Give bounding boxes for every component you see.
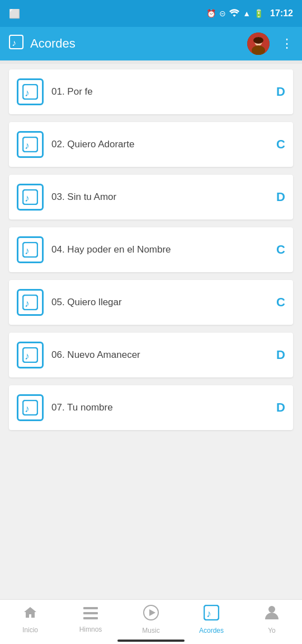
svg-rect-20 xyxy=(83,607,98,609)
app-bar-music-icon: ♪ xyxy=(9,35,23,53)
battery-icon: 🔋 xyxy=(254,9,263,18)
status-bar-left: ⬜ xyxy=(9,8,202,19)
song-icon: ♪ xyxy=(17,289,44,316)
status-bar: ⬜ ⏰ ⊝ ▲ 🔋 17:12 xyxy=(0,0,302,27)
song-title: 06. Nuevo Amanecer xyxy=(51,349,270,361)
svg-marker-24 xyxy=(149,609,155,616)
song-key: D xyxy=(270,190,285,204)
alarm-icon: ⏰ xyxy=(206,9,216,18)
screen-icon: ⬜ xyxy=(9,8,20,19)
nav-label-music: Music xyxy=(142,627,159,634)
time-display: 17:12 xyxy=(270,8,293,18)
song-list-container: ♪ 01. Por fe D ♪ 02. Quiero Adorarte C ♪… xyxy=(0,64,302,486)
song-icon: ♪ xyxy=(17,78,44,105)
circle-icon: ⊝ xyxy=(219,9,226,18)
svg-text:♪: ♪ xyxy=(25,245,30,256)
play-icon xyxy=(143,605,159,624)
song-title: 02. Quiero Adorarte xyxy=(51,139,270,150)
nav-item-inicio[interactable]: Inicio xyxy=(0,605,60,634)
song-key: D xyxy=(270,400,285,415)
person-icon xyxy=(265,605,279,624)
svg-point-5 xyxy=(253,37,263,44)
svg-rect-21 xyxy=(83,612,98,614)
nav-item-music[interactable]: Music xyxy=(121,605,181,634)
song-card[interactable]: ♪ 07. Tu nombre D xyxy=(9,385,293,430)
acordes-icon: ♪ xyxy=(204,605,219,624)
song-icon: ♪ xyxy=(17,236,44,263)
song-key: D xyxy=(270,85,285,99)
song-icon: ♪ xyxy=(17,342,44,368)
svg-text:♪: ♪ xyxy=(25,87,30,99)
svg-text:♪: ♪ xyxy=(25,193,30,204)
status-icons: ⏰ ⊝ ▲ 🔋 17:12 xyxy=(206,8,293,18)
nav-label-yo: Yo xyxy=(268,627,276,634)
song-key: C xyxy=(270,295,285,310)
home-indicator xyxy=(117,640,185,642)
song-title: 07. Tu nombre xyxy=(51,402,270,413)
app-bar: ♪ Acordes ⋮ xyxy=(0,27,302,60)
nav-label-inicio: Inicio xyxy=(22,626,38,634)
song-key: C xyxy=(270,242,285,257)
song-card[interactable]: ♪ 03. Sin tu Amor D xyxy=(9,175,293,220)
wifi-icon xyxy=(229,9,239,18)
svg-text:♪: ♪ xyxy=(25,140,30,151)
song-key: D xyxy=(270,348,285,362)
menu-button[interactable]: ⋮ xyxy=(281,36,293,51)
svg-text:♪: ♪ xyxy=(12,38,16,48)
song-card[interactable]: ♪ 01. Por fe D xyxy=(9,69,293,114)
svg-text:♪: ♪ xyxy=(25,351,30,362)
song-card[interactable]: ♪ 04. Hay poder en el Nombre C xyxy=(9,227,293,272)
song-title: 05. Quiero llegar xyxy=(51,297,270,308)
song-title: 04. Hay poder en el Nombre xyxy=(51,244,270,255)
avatar[interactable] xyxy=(247,32,270,55)
svg-text:♪: ♪ xyxy=(25,403,30,414)
svg-text:♪: ♪ xyxy=(206,608,211,619)
song-key: C xyxy=(270,137,285,152)
svg-text:♪: ♪ xyxy=(25,298,30,309)
song-title: 01. Por fe xyxy=(51,86,270,97)
svg-rect-22 xyxy=(83,617,98,619)
song-icon: ♪ xyxy=(17,184,44,211)
song-icon: ♪ xyxy=(17,131,44,158)
nav-label-himnos: Himnos xyxy=(79,626,102,633)
nav-label-acordes: Acordes xyxy=(199,627,224,634)
signal-icon: ▲ xyxy=(243,9,251,18)
svg-point-27 xyxy=(268,606,275,613)
song-title: 03. Sin tu Amor xyxy=(51,192,270,203)
nav-item-himnos[interactable]: Himnos xyxy=(60,606,121,633)
list-icon xyxy=(83,606,98,623)
nav-item-yo[interactable]: Yo xyxy=(242,605,302,634)
song-card[interactable]: ♪ 02. Quiero Adorarte C xyxy=(9,122,293,167)
home-icon xyxy=(23,605,37,624)
song-list: ♪ 01. Por fe D ♪ 02. Quiero Adorarte C ♪… xyxy=(0,64,302,436)
app-bar-title: Acordes xyxy=(30,36,240,51)
song-card[interactable]: ♪ 06. Nuevo Amanecer D xyxy=(9,333,293,377)
song-card[interactable]: ♪ 05. Quiero llegar C xyxy=(9,280,293,325)
song-icon: ♪ xyxy=(17,394,44,421)
nav-item-acordes[interactable]: ♪ Acordes xyxy=(181,605,242,634)
bottom-nav: Inicio Himnos Music ♪ Acordes xyxy=(0,599,302,644)
